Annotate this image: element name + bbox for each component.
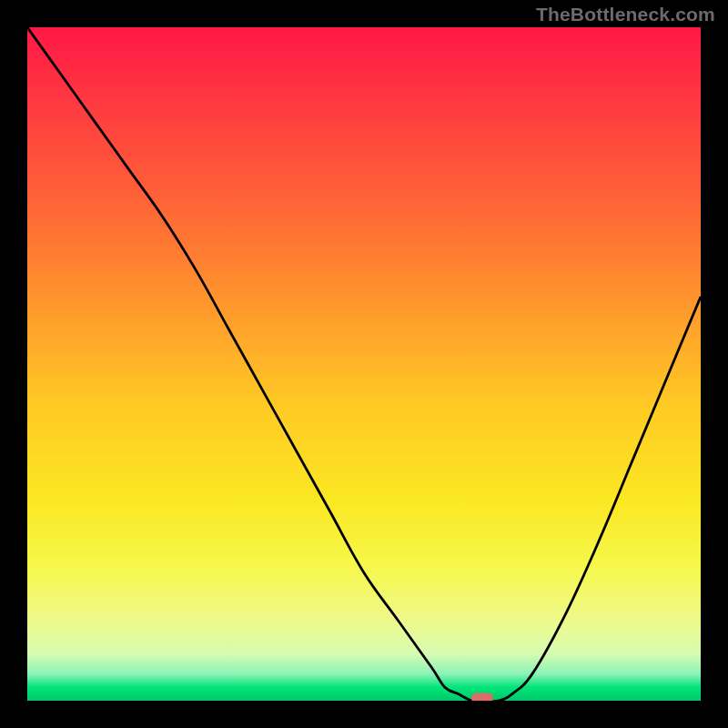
curve-path <box>27 27 701 701</box>
optimal-point-marker <box>471 693 493 702</box>
watermark-label: TheBottleneck.com <box>536 4 715 25</box>
chart-container: TheBottleneck.com <box>0 0 728 728</box>
bottleneck-curve <box>27 27 701 701</box>
plot-area <box>27 27 701 701</box>
